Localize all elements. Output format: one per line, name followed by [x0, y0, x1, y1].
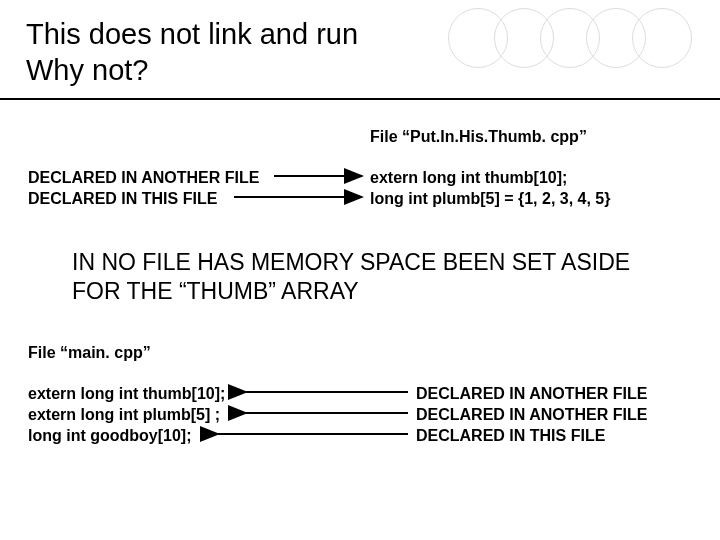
block1-right: extern long int thumb[10]; long int plum… — [370, 168, 611, 210]
block1-right-line2: long int plumb[5] = {1, 2, 3, 4, 5} — [370, 189, 611, 210]
circle-icon — [632, 8, 692, 68]
block2-right-line1: DECLARED IN ANOTHER FILE — [416, 384, 647, 405]
slide-title: This does not link and run Why not? — [26, 16, 358, 89]
block1-left-line2: DECLARED IN THIS FILE — [28, 189, 259, 210]
block1-left-line1: DECLARED IN ANOTHER FILE — [28, 168, 259, 189]
horizontal-rule — [0, 98, 720, 100]
block2-left-line3: long int goodboy[10]; — [28, 426, 225, 447]
decorative-circles — [448, 8, 692, 68]
block2-left-line1: extern long int thumb[10]; — [28, 384, 225, 405]
block2-left-line2: extern long int plumb[5] ; — [28, 405, 225, 426]
block2-left: extern long int thumb[10]; extern long i… — [28, 384, 225, 446]
block1-right-line1: extern long int thumb[10]; — [370, 168, 611, 189]
block2-right-line3: DECLARED IN THIS FILE — [416, 426, 647, 447]
title-line1: This does not link and run Why not? — [26, 18, 358, 86]
file-label-2: File “main. cpp” — [28, 344, 151, 362]
block1-left: DECLARED IN ANOTHER FILE DECLARED IN THI… — [28, 168, 259, 210]
block2-right: DECLARED IN ANOTHER FILE DECLARED IN ANO… — [416, 384, 647, 446]
block2-right-line2: DECLARED IN ANOTHER FILE — [416, 405, 647, 426]
middle-statement: IN NO FILE HAS MEMORY SPACE BEEN SET ASI… — [72, 248, 680, 306]
file-label-1: File “Put.In.His.Thumb. cpp” — [370, 128, 587, 146]
